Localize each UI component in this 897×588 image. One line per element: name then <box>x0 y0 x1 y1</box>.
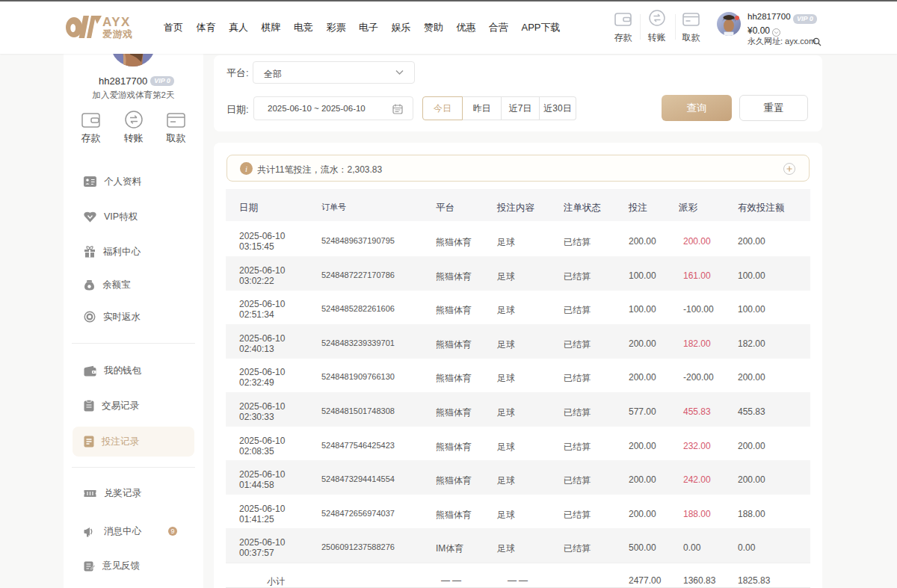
svg-text:i: i <box>245 164 247 173</box>
